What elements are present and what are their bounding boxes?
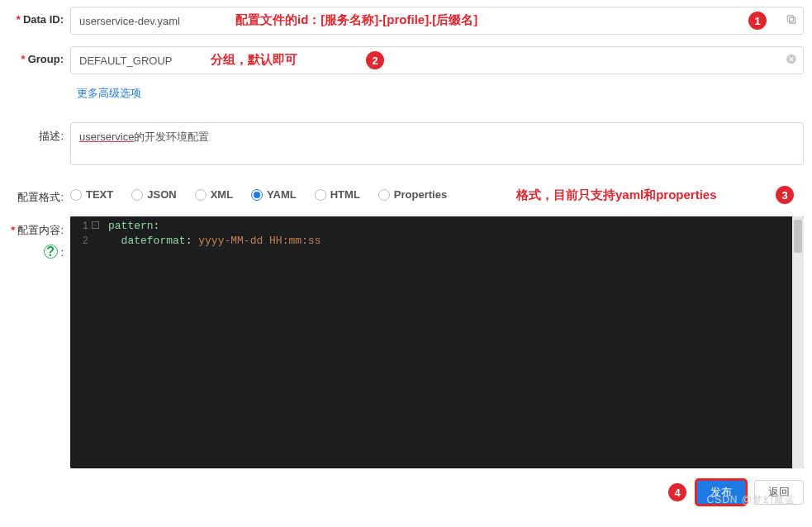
- help-icon[interactable]: ?: [44, 245, 58, 259]
- radio-text[interactable]: TEXT: [70, 188, 113, 201]
- code-line-2: dateformat: yyyy-MM-dd HH:mm:ss: [108, 234, 804, 249]
- line-number-2: 2: [70, 234, 103, 249]
- radio-xml[interactable]: XML: [195, 188, 233, 201]
- clear-icon[interactable]: [786, 54, 797, 68]
- code-key-2: dateformat: [121, 235, 186, 247]
- publish-button[interactable]: 发布: [696, 480, 746, 505]
- radio-icon: [70, 189, 82, 201]
- fold-icon[interactable]: −: [92, 221, 99, 229]
- svg-rect-0: [790, 17, 795, 23]
- label-description-text: 描述:: [39, 130, 64, 142]
- code-editor[interactable]: 1 2 − pattern: dateformat: yyyy-MM-dd HH…: [70, 216, 804, 468]
- label-content-colon: :: [60, 246, 64, 259]
- row-description: 描述: userservice的开发环境配置: [8, 122, 804, 165]
- editor-code: pattern: dateformat: yyyy-MM-dd HH:mm:ss: [70, 216, 804, 249]
- format-radio-group: TEXT JSON XML YAML HTML Properties: [70, 183, 447, 201]
- label-description: 描述:: [8, 122, 70, 144]
- group-input[interactable]: [70, 46, 804, 74]
- more-options-link[interactable]: 更多高级选项: [77, 86, 141, 101]
- editor-wrap: 1 2 − pattern: dateformat: yyyy-MM-dd HH…: [70, 216, 804, 468]
- label-group-text: Group:: [28, 53, 64, 65]
- desc-suffix: 的开发环境配置: [134, 131, 209, 143]
- radio-icon: [131, 189, 143, 201]
- label-format: 配置格式:: [8, 183, 70, 205]
- required-marker: *: [17, 13, 21, 26]
- radio-icon: [315, 189, 326, 201]
- code-line-1: pattern:: [108, 219, 804, 234]
- description-input[interactable]: userservice的开发环境配置: [70, 122, 804, 165]
- row-content: *配置内容: ? : 1 2 − pattern: dateformat: yy…: [8, 216, 804, 468]
- label-content-text: 配置内容:: [17, 224, 64, 236]
- editor-scrollbar[interactable]: [792, 216, 804, 468]
- bubble-4: 4: [668, 483, 686, 501]
- group-input-wrap: [70, 46, 804, 74]
- description-input-wrap: userservice的开发环境配置: [70, 122, 804, 165]
- svg-rect-1: [787, 16, 793, 21]
- radio-yaml[interactable]: YAML: [251, 188, 297, 201]
- required-marker: *: [21, 53, 26, 65]
- radio-html[interactable]: HTML: [315, 188, 360, 201]
- label-group: *Group:: [8, 46, 70, 65]
- radio-yaml-label: YAML: [267, 188, 297, 201]
- editor-gutter: 1 2: [70, 216, 103, 468]
- row-group: *Group: 分组，默认即可 2: [8, 46, 804, 74]
- row-format: 配置格式: TEXT JSON XML YAML HTML Properties…: [8, 183, 804, 205]
- code-val-2: yyyy-MM-dd HH:mm:ss: [198, 235, 321, 247]
- radio-html-label: HTML: [330, 188, 360, 201]
- data-id-input[interactable]: [70, 7, 804, 35]
- data-id-input-wrap: [70, 7, 804, 35]
- radio-properties[interactable]: Properties: [378, 188, 447, 201]
- footer: 4 发布 返回 CSDN @梦幻藏蓝: [8, 480, 804, 505]
- radio-icon: [195, 189, 207, 201]
- radio-text-label: TEXT: [86, 188, 113, 201]
- required-marker: *: [11, 224, 15, 236]
- radio-json[interactable]: JSON: [131, 188, 176, 201]
- row-data-id: *Data ID: 配置文件的id：[服务名称]-[profile].[后缀名]…: [8, 7, 804, 35]
- radio-json-label: JSON: [147, 188, 176, 201]
- desc-prefix: userservice: [79, 131, 134, 143]
- copy-icon[interactable]: [786, 14, 797, 28]
- label-data-id: *Data ID:: [8, 7, 70, 26]
- radio-xml-label: XML: [211, 188, 233, 201]
- code-key-1: pattern: [108, 220, 154, 232]
- label-data-id-text: Data ID:: [23, 13, 64, 26]
- annotation-format: 格式，目前只支持yaml和properties: [516, 188, 717, 203]
- label-content: *配置内容: ? :: [8, 216, 70, 259]
- radio-properties-label: Properties: [394, 188, 447, 201]
- label-format-text: 配置格式:: [17, 191, 64, 203]
- label-content-line2: ? :: [8, 245, 64, 259]
- back-button[interactable]: 返回: [754, 480, 804, 505]
- bubble-3: 3: [776, 186, 794, 204]
- radio-icon: [378, 189, 390, 201]
- radio-icon: [251, 189, 263, 201]
